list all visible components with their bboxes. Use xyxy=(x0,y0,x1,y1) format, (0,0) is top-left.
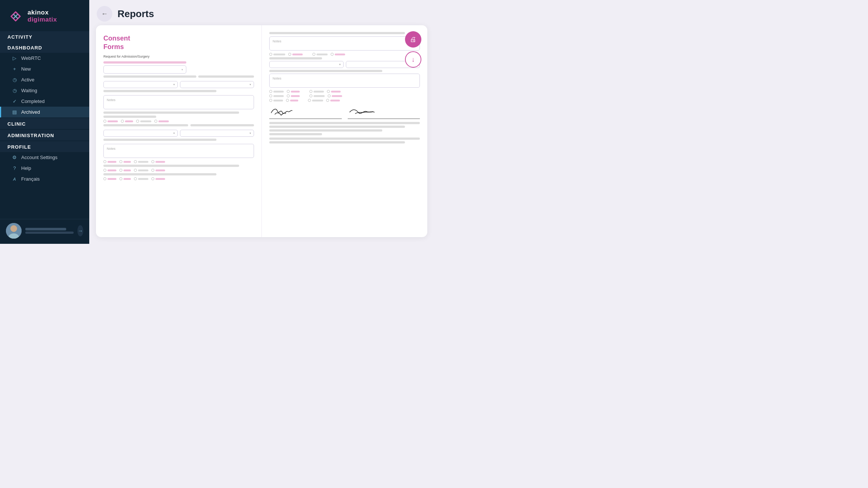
skel-row xyxy=(103,116,156,118)
radio-item[interactable] xyxy=(286,99,298,102)
sidebar-item-active[interactable]: ◷ Active xyxy=(0,74,89,85)
radio-item[interactable] xyxy=(327,90,341,93)
radio-circle xyxy=(269,90,272,93)
radio-item[interactable] xyxy=(312,53,328,56)
sidebar: akinox digimatix ACTIVITY DASHBOARD ▷ We… xyxy=(0,0,89,244)
radio-item[interactable] xyxy=(309,94,325,97)
radio-item[interactable] xyxy=(269,94,284,97)
radio-circle xyxy=(119,177,122,180)
radio-item[interactable] xyxy=(134,177,148,180)
notes-box-1[interactable]: Notes xyxy=(103,95,254,109)
radio-item[interactable] xyxy=(309,90,324,93)
radio-circle xyxy=(134,177,137,180)
consent-forms-title: Consent Forms xyxy=(103,34,254,51)
sidebar-item-waiting[interactable]: ◷ Waiting xyxy=(0,85,89,96)
skel-row xyxy=(103,173,216,175)
select-field-3[interactable]: ▾ xyxy=(103,130,178,137)
radio-item[interactable] xyxy=(103,177,116,180)
radio-skel xyxy=(140,120,151,122)
radio-skel xyxy=(273,100,283,101)
sidebar-item-webrtc[interactable]: ▷ WebRTC xyxy=(0,53,89,64)
radio-item[interactable] xyxy=(134,169,148,172)
sidebar-item-account-settings[interactable]: ⚙ Account Settings xyxy=(0,152,89,163)
input-field-1[interactable] xyxy=(103,65,186,74)
radio-item[interactable] xyxy=(103,169,116,172)
skel-row xyxy=(103,165,239,167)
radio-skel xyxy=(138,178,148,180)
radio-item[interactable] xyxy=(269,53,285,56)
radio-item[interactable] xyxy=(269,90,284,93)
topbar: ← Reports xyxy=(89,0,434,25)
notes-box-right-1[interactable]: Notes xyxy=(269,36,420,51)
logout-button[interactable]: → xyxy=(77,225,83,236)
waiting-icon: ◷ xyxy=(12,88,17,93)
radio-circle xyxy=(288,53,291,56)
notes-box-right-2[interactable]: Notes xyxy=(269,74,420,88)
radio-circle xyxy=(154,120,157,123)
radio-item[interactable] xyxy=(331,53,345,56)
radio-item[interactable] xyxy=(287,94,300,97)
radio-circle xyxy=(328,94,331,97)
radio-circle xyxy=(308,99,311,102)
new-label: New xyxy=(21,66,31,72)
radio-skel xyxy=(138,161,148,163)
sidebar-item-new[interactable]: + New xyxy=(0,64,89,74)
radio-skel xyxy=(107,178,116,180)
new-icon: + xyxy=(12,66,17,72)
webrtc-icon: ▷ xyxy=(12,55,17,61)
radio-item[interactable] xyxy=(103,160,116,163)
notes-label-right-1: Notes xyxy=(273,39,282,43)
notes-box-2[interactable]: Notes xyxy=(103,144,254,158)
sidebar-item-archived[interactable]: ▤ Archived xyxy=(0,107,89,117)
radio-item[interactable] xyxy=(151,177,165,180)
active-icon: ◷ xyxy=(12,77,17,83)
radio-item[interactable] xyxy=(269,99,283,102)
radio-item[interactable] xyxy=(136,120,151,123)
print-button[interactable]: 🖨 xyxy=(405,31,421,48)
skel-row xyxy=(269,126,405,128)
signature-row xyxy=(269,106,420,119)
sidebar-item-help[interactable]: ? Help xyxy=(0,163,89,174)
radio-item[interactable] xyxy=(121,120,133,123)
radio-circle xyxy=(269,99,272,102)
radio-skel xyxy=(331,91,341,93)
radio-item[interactable] xyxy=(119,160,131,163)
radio-circle xyxy=(286,99,289,102)
radio-item[interactable] xyxy=(154,120,169,123)
radio-item[interactable] xyxy=(119,177,131,180)
notes-label-right-2: Notes xyxy=(273,77,282,80)
radio-circle xyxy=(136,120,139,123)
radio-row-r2 xyxy=(269,90,420,93)
radio-item[interactable] xyxy=(308,99,323,102)
radio-circle xyxy=(151,177,154,180)
radio-item[interactable] xyxy=(151,160,165,163)
radio-skel xyxy=(290,100,298,101)
skel-row xyxy=(103,75,196,78)
section-clinic: CLINIC xyxy=(0,118,89,129)
radio-item[interactable] xyxy=(134,160,148,163)
download-button[interactable]: ↓ xyxy=(405,51,421,68)
radio-item[interactable] xyxy=(328,94,342,97)
radio-circle xyxy=(287,94,290,97)
back-button[interactable]: ← xyxy=(97,6,112,22)
sidebar-item-language[interactable]: A Français xyxy=(0,174,89,184)
archived-icon: ▤ xyxy=(12,109,17,115)
avatar-image xyxy=(6,223,22,239)
select-field-r1[interactable]: ▾ xyxy=(269,61,344,68)
account-settings-label: Account Settings xyxy=(21,155,58,160)
radio-item[interactable] xyxy=(119,169,131,172)
radio-item[interactable] xyxy=(103,120,118,123)
radio-item[interactable] xyxy=(151,169,165,172)
title-line1: Consent xyxy=(103,35,130,42)
user-name-bar xyxy=(25,228,66,230)
radio-circle xyxy=(121,120,124,123)
select-field-4[interactable]: ▾ xyxy=(180,130,254,137)
radio-item[interactable] xyxy=(287,90,300,93)
radio-item[interactable] xyxy=(326,99,340,102)
select-field-1[interactable]: ▾ xyxy=(103,81,178,88)
logo-text: akinox digimatix xyxy=(28,9,57,23)
select-field-2[interactable]: ▾ xyxy=(180,81,254,88)
completed-label: Completed xyxy=(21,98,45,104)
sidebar-item-completed[interactable]: ✓ Completed xyxy=(0,96,89,107)
radio-item[interactable] xyxy=(288,53,303,56)
